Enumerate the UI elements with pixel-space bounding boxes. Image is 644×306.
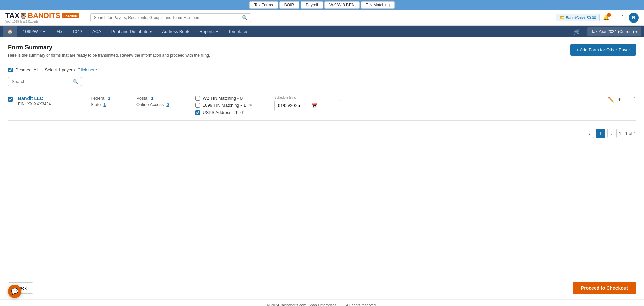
state-count-item: State 1: [91, 102, 131, 107]
row-actions: ✏️ + ⋮ ˅: [608, 96, 636, 103]
wallet-icon: 💳: [559, 15, 564, 20]
logo: TAX🦉BANDITS PREMIUM Your 1099 & W2 Exper…: [5, 12, 79, 23]
header: TAX🦉BANDITS PREMIUM Your 1099 & W2 Exper…: [0, 10, 644, 26]
nav-reports[interactable]: Reports ▾: [195, 26, 223, 37]
click-here-link[interactable]: Click here: [77, 67, 97, 72]
schedule-filing: Schedule filing 📅: [274, 96, 341, 111]
deselect-all-checkbox[interactable]: [8, 68, 13, 72]
federal-label: Federal: [91, 96, 105, 101]
add-form-button[interactable]: + Add Form for Other Payer: [570, 44, 636, 56]
online-label: Online Access: [136, 102, 164, 107]
topnav-payroll[interactable]: Payroll: [301, 1, 323, 9]
nav-1042[interactable]: 1042: [68, 26, 87, 37]
page-description: Here is the summary of forms that are re…: [8, 53, 210, 58]
federal-count[interactable]: 1: [108, 96, 110, 101]
payer-search[interactable]: 🔍: [8, 77, 82, 86]
tax-year-selector[interactable]: Tax Year 2024 (Current) ▾: [587, 27, 641, 36]
dropdown-icon: ▾: [43, 29, 45, 34]
notifications-button[interactable]: 🔔 7: [603, 14, 610, 21]
payer-checkbox[interactable]: [8, 97, 13, 102]
payer-row: Bandit LLC EIN: XX-XXX3424 Federal 1 Sta…: [8, 90, 636, 121]
schedule-label: Schedule filing: [274, 96, 341, 99]
calendar-icon[interactable]: 📅: [311, 102, 318, 109]
nav-94x[interactable]: 94x: [51, 26, 67, 37]
tin-w2-checkbox[interactable]: [195, 96, 200, 101]
postal-label: Postal: [136, 96, 148, 101]
federal-count-item: Federal 1: [91, 96, 131, 101]
dropdown-icon: ▾: [150, 29, 152, 34]
next-page-button[interactable]: ›: [607, 129, 617, 138]
page-1-button[interactable]: 1: [596, 129, 605, 138]
logo-sub: Your 1099 & W2 Experts: [5, 20, 38, 23]
add-button[interactable]: +: [618, 96, 621, 102]
dropdown-icon: ▾: [216, 29, 218, 34]
bottom-row: ‹ Back Proceed to Checkout: [0, 276, 644, 299]
nav-1099w2[interactable]: 1099/W-2 ▾: [18, 26, 50, 37]
state-count[interactable]: 1: [103, 102, 106, 107]
payer-search-input[interactable]: [12, 79, 73, 84]
footer: © 2024 TaxBandits.com, Span Enterprises …: [0, 299, 644, 306]
chevron-down-icon: ▾: [635, 29, 637, 34]
eye-icon[interactable]: 👁: [248, 103, 252, 108]
top-nav: Tax Forms BOIR Payroll W-9/W-8 BEN TIN M…: [0, 0, 644, 10]
eye-icon-usps[interactable]: 👁: [240, 110, 245, 115]
nav-templates[interactable]: Templates: [224, 26, 253, 37]
search-icon: 🔍: [73, 79, 78, 84]
topnav-tin-matching[interactable]: TIN Matching: [361, 1, 395, 9]
tin-w2-label: W2 TIN Matching - 0: [203, 96, 243, 101]
page-header-row: Form Summary Here is the summary of form…: [8, 44, 636, 63]
header-right: 💳 BanditCash: $0.00 🔔 7 ⋮⋮ R: [556, 13, 639, 23]
nav-address-book[interactable]: Address Book: [157, 26, 194, 37]
logo-text: TAX🦉BANDITS: [5, 12, 60, 19]
logo-owl-icon: 🦉: [20, 13, 27, 19]
avatar[interactable]: R: [629, 13, 639, 23]
topnav-w9w8ben[interactable]: W-9/W-8 BEN: [324, 1, 360, 9]
bandit-cash-label: BanditCash: $0.00: [566, 16, 596, 20]
topnav-tax-forms[interactable]: Tax Forms: [249, 1, 278, 9]
tin-1099-checkbox[interactable]: [195, 103, 200, 108]
deselect-area: Deselect All Select 1 payers Click here: [8, 67, 97, 72]
payer-info: Bandit LLC EIN: XX-XXX3424: [18, 96, 85, 106]
usps-item: USPS Address - 1 👁: [195, 110, 269, 115]
search-icon: 🔍: [242, 15, 248, 20]
page-title: Form Summary: [8, 44, 210, 51]
prev-page-button[interactable]: ‹: [585, 129, 594, 138]
notification-badge: 7: [607, 13, 611, 17]
pagination: ‹ 1 › 1 - 1 of 1: [8, 129, 636, 138]
tin-1099-item: 1099 TIN Matching - 1 👁: [195, 103, 269, 108]
footer-copyright: © 2024 TaxBandits.com, Span Enterprises …: [3, 303, 641, 306]
global-search[interactable]: 🔍: [90, 13, 251, 22]
page-info: 1 - 1 of 1: [619, 131, 636, 136]
nav-home[interactable]: 🏠: [3, 26, 17, 37]
edit-button[interactable]: ✏️: [608, 96, 614, 103]
online-count[interactable]: 0: [166, 102, 169, 107]
usps-label: USPS Address - 1: [203, 110, 238, 115]
page-title-area: Form Summary Here is the summary of form…: [8, 44, 210, 63]
nav-print-distribute[interactable]: Print and Distribute ▾: [107, 26, 157, 37]
topnav-boir[interactable]: BOIR: [279, 1, 299, 9]
usps-checkbox[interactable]: [195, 110, 200, 115]
bandit-cash[interactable]: 💳 BanditCash: $0.00: [556, 14, 600, 21]
schedule-date-field[interactable]: 📅: [274, 100, 341, 111]
postal-count-item: Postal 1: [136, 96, 190, 101]
tin-w2-item: W2 TIN Matching - 0: [195, 96, 269, 101]
main-nav: 🏠 1099/W-2 ▾ 94x 1042 ACA Print and Dist…: [0, 26, 644, 37]
payer-ein: EIN: XX-XXX3424: [18, 102, 85, 106]
nav-aca[interactable]: ACA: [88, 26, 106, 37]
chat-bubble[interactable]: 💬: [8, 285, 21, 298]
global-search-input[interactable]: [94, 15, 242, 20]
checkout-button[interactable]: Proceed to Checkout: [573, 282, 636, 294]
content: Form Summary Here is the summary of form…: [0, 37, 644, 276]
postal-count[interactable]: 1: [151, 96, 153, 101]
schedule-date-input[interactable]: [278, 103, 308, 108]
cart-icon[interactable]: 🛒: [573, 28, 581, 35]
tax-year-label: Tax Year 2024 (Current): [591, 29, 634, 34]
nav-divider: |: [583, 29, 584, 34]
premium-badge: PREMIUM: [62, 13, 79, 18]
expand-button[interactable]: ˅: [633, 96, 636, 103]
nav-right: 🛒 | Tax Year 2024 (Current) ▾: [573, 27, 641, 36]
online-access-item: Online Access 0: [136, 102, 190, 107]
apps-icon[interactable]: ⋮⋮: [613, 14, 625, 21]
tin-1099-label: 1099 TIN Matching - 1: [203, 103, 246, 108]
more-options-button[interactable]: ⋮: [624, 96, 630, 103]
